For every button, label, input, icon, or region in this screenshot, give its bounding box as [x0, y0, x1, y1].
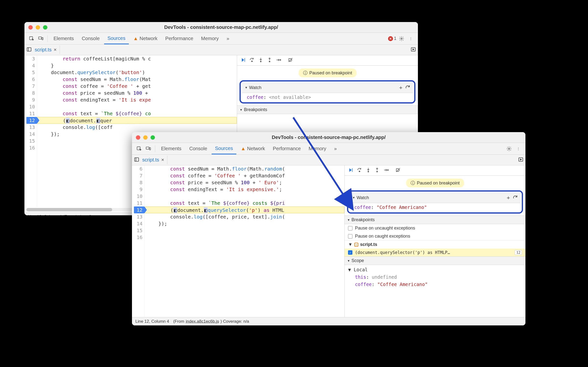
- line-number[interactable]: 11: [134, 200, 142, 206]
- scope-header[interactable]: ▼ Scope: [345, 256, 525, 265]
- line-number[interactable]: 16: [134, 234, 142, 241]
- step-into-icon[interactable]: [258, 57, 263, 63]
- step-over-icon[interactable]: [249, 57, 255, 63]
- navigator-toggle-icon[interactable]: [134, 157, 139, 163]
- code-line[interactable]: console.log([coff: [37, 124, 237, 131]
- line-number[interactable]: 4: [26, 62, 35, 69]
- line-number[interactable]: 10: [134, 193, 142, 200]
- line-number[interactable]: 8: [134, 179, 142, 186]
- disclosure-triangle-icon[interactable]: ▼: [347, 218, 350, 222]
- line-gutter[interactable]: 678910111213141516: [132, 165, 145, 317]
- disclosure-triangle-icon[interactable]: ▼: [352, 196, 355, 199]
- resume-icon[interactable]: [240, 57, 246, 63]
- device-icon[interactable]: [144, 145, 152, 153]
- pause-caught-checkbox[interactable]: [348, 234, 352, 239]
- disclosure-triangle-icon[interactable]: ▼: [240, 108, 242, 112]
- file-tab-script[interactable]: script.ts ✕: [32, 46, 60, 54]
- line-number[interactable]: 9: [134, 186, 142, 193]
- minimize-icon[interactable]: [36, 25, 40, 30]
- add-watch-icon[interactable]: ＋: [398, 84, 403, 91]
- deactivate-breakpoints-icon[interactable]: [395, 167, 401, 173]
- pause-uncaught-row[interactable]: Pause on uncaught exceptions: [345, 224, 525, 232]
- kebab-icon[interactable]: ⋮: [407, 34, 415, 43]
- code-line[interactable]: console.log([coffee, price, text].join(: [145, 213, 344, 220]
- disclosure-triangle-icon[interactable]: ▼: [348, 267, 351, 272]
- minimize-icon[interactable]: [143, 135, 148, 140]
- line-number[interactable]: 3: [26, 55, 35, 62]
- code-line[interactable]: [145, 227, 344, 234]
- disclosure-triangle-icon[interactable]: ▼: [245, 86, 248, 89]
- line-number[interactable]: 6: [26, 76, 35, 83]
- source-map-origin[interactable]: index.a8: [76, 214, 91, 216]
- step-into-icon[interactable]: [366, 167, 371, 173]
- step-icon[interactable]: [383, 167, 389, 173]
- refresh-icon[interactable]: [405, 84, 410, 91]
- tab-memory[interactable]: Memory: [305, 143, 330, 154]
- tab-performance[interactable]: Performance: [162, 33, 197, 44]
- deactivate-breakpoints-icon[interactable]: [288, 57, 293, 63]
- code-line[interactable]: const price = seedNum % 100 + ' Euro';: [145, 179, 344, 186]
- source-map-origin[interactable]: index.a8c1ec6b.js: [186, 319, 219, 324]
- pause-uncaught-checkbox[interactable]: [348, 226, 352, 230]
- code-line[interactable]: const text = `The ${coffee} costs ${pri: [145, 200, 344, 206]
- code-line[interactable]: document.querySelector('button'): [37, 69, 237, 76]
- refresh-icon[interactable]: [512, 195, 518, 201]
- gear-icon[interactable]: [505, 145, 513, 153]
- breakpoint-row[interactable]: ✓ (document.querySelector('p') as HTMLP……: [345, 249, 525, 256]
- code-line[interactable]: return coffeeList[magicNum % c: [37, 55, 237, 62]
- add-watch-icon[interactable]: ＋: [506, 194, 511, 201]
- breakpoints-header[interactable]: ▼ Breakpoints: [345, 216, 525, 224]
- tab-more[interactable]: »: [331, 143, 340, 154]
- line-number[interactable]: 15: [26, 138, 35, 144]
- code-line[interactable]: const endingText = 'It is expe: [37, 96, 237, 103]
- tab-performance[interactable]: Performance: [269, 143, 304, 154]
- inspect-icon[interactable]: [27, 34, 36, 43]
- disclosure-triangle-icon[interactable]: ▼: [348, 242, 352, 247]
- line-number[interactable]: 16: [26, 144, 35, 151]
- error-count[interactable]: ✕1: [388, 36, 396, 41]
- code-line[interactable]: const text = `The ${coffee} co: [37, 110, 237, 117]
- tab-network[interactable]: ▲Network: [130, 33, 161, 44]
- tab-network[interactable]: ▲Network: [237, 143, 268, 154]
- close-tab-icon[interactable]: ✕: [54, 47, 57, 52]
- kebab-icon[interactable]: ⋮: [514, 145, 523, 153]
- file-tab-script[interactable]: script.ts ✕: [139, 156, 167, 164]
- gear-icon[interactable]: [397, 34, 406, 43]
- line-number[interactable]: 7: [26, 83, 35, 90]
- code-line[interactable]: const endingText = 'It is expensive.';: [145, 186, 344, 193]
- line-number[interactable]: 12: [134, 206, 144, 213]
- run-snippet-icon[interactable]: [518, 157, 523, 163]
- line-number[interactable]: 13: [26, 124, 35, 131]
- navigator-toggle-icon[interactable]: [26, 47, 32, 53]
- tab-sources[interactable]: Sources: [212, 143, 236, 154]
- breakpoints-header[interactable]: ▼ Breakpoints: [237, 105, 418, 114]
- line-number[interactable]: 10: [26, 103, 35, 110]
- tab-console[interactable]: Console: [186, 143, 210, 154]
- step-out-icon[interactable]: [267, 57, 272, 63]
- pause-caught-row[interactable]: Pause on caught exceptions: [345, 232, 525, 240]
- code-line[interactable]: });: [145, 220, 344, 227]
- device-icon[interactable]: [37, 34, 45, 43]
- disclosure-triangle-icon[interactable]: ▼: [347, 259, 350, 263]
- line-number[interactable]: 15: [134, 227, 142, 234]
- scope-local-header[interactable]: ▼ Local: [348, 266, 522, 273]
- code-line[interactable]: [37, 103, 237, 110]
- resume-icon[interactable]: [348, 167, 353, 173]
- tab-sources[interactable]: Sources: [104, 33, 129, 44]
- line-number[interactable]: 8: [26, 90, 35, 96]
- line-number[interactable]: 7: [134, 172, 142, 179]
- step-icon[interactable]: [276, 57, 281, 63]
- tab-more[interactable]: »: [223, 33, 233, 44]
- line-number[interactable]: 5: [26, 69, 35, 76]
- code-line[interactable]: }: [37, 62, 237, 69]
- code-line[interactable]: const seedNum = Math.floor(Math.random(: [145, 165, 344, 172]
- breakpoint-file-header[interactable]: ▼ ‹› script.ts: [345, 240, 525, 249]
- code-area[interactable]: const seedNum = Math.floor(Math.random( …: [145, 165, 344, 317]
- close-icon[interactable]: [28, 25, 33, 30]
- zoom-icon[interactable]: [151, 135, 155, 140]
- step-out-icon[interactable]: [374, 167, 380, 173]
- code-line[interactable]: const price = seedNum % 100 +: [37, 90, 237, 96]
- zoom-icon[interactable]: [43, 25, 47, 30]
- step-over-icon[interactable]: [357, 167, 362, 173]
- code-line[interactable]: const seedNum = Math.floor(Mat: [37, 76, 237, 83]
